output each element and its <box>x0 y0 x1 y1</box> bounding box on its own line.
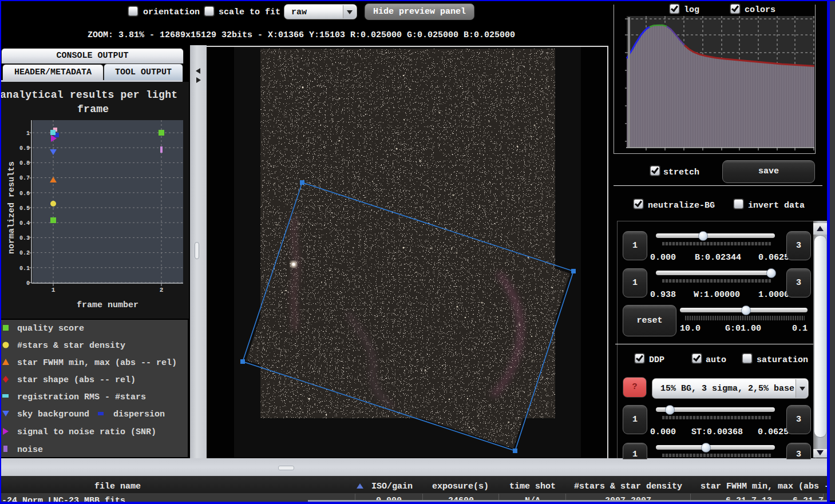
svg-text:0.7: 0.7 <box>19 175 30 181</box>
svg-text:0: 0 <box>26 280 30 287</box>
svg-text:0.4: 0.4 <box>19 220 30 227</box>
svg-text:normalized results: normalized results <box>7 161 17 254</box>
svg-text:0.2: 0.2 <box>19 250 30 256</box>
svg-text:0.9: 0.9 <box>19 145 30 152</box>
svg-text:0.6: 0.6 <box>19 191 30 197</box>
svg-text:frame number: frame number <box>77 300 138 310</box>
svg-text:1: 1 <box>52 287 56 293</box>
svg-text:0.8: 0.8 <box>19 160 30 166</box>
svg-text:0.3: 0.3 <box>19 235 30 241</box>
svg-text:0.5: 0.5 <box>19 205 30 212</box>
svg-text:0.1: 0.1 <box>19 265 30 272</box>
svg-text:2: 2 <box>160 287 164 293</box>
svg-text:1: 1 <box>26 130 30 137</box>
